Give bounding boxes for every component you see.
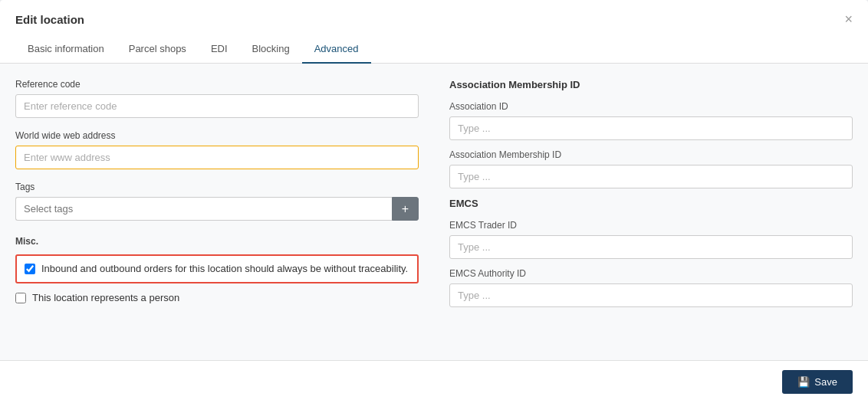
tab-parcel-shops[interactable]: Parcel shops xyxy=(117,35,199,64)
modal-header: Edit location × xyxy=(0,0,868,26)
www-address-label: World wide web address xyxy=(15,130,419,141)
tab-edi[interactable]: EDI xyxy=(199,35,240,64)
modal-title: Edit location xyxy=(15,13,84,26)
emcs-authority-label: EMCS Authority ID xyxy=(449,268,853,279)
association-membership-group: Association Membership ID xyxy=(449,149,853,188)
emcs-trader-group: EMCS Trader ID xyxy=(449,220,853,259)
association-id-input[interactable] xyxy=(449,116,853,140)
misc-section: Misc. Inbound and outbound orders for th… xyxy=(15,233,419,305)
reference-code-group: Reference code xyxy=(15,79,419,118)
emcs-section-title: EMCS xyxy=(449,198,853,209)
tags-group: Tags + xyxy=(15,182,419,221)
right-column: Association Membership ID Association ID… xyxy=(449,79,853,345)
association-section-title: Association Membership ID xyxy=(449,79,853,90)
edit-location-modal: Edit location × Basic information Parcel… xyxy=(0,0,868,403)
www-address-group: World wide web address xyxy=(15,130,419,169)
person-checkbox[interactable] xyxy=(15,293,26,303)
emcs-trader-input[interactable] xyxy=(449,235,853,259)
save-button[interactable]: 💾 Save xyxy=(782,370,853,394)
association-membership-input[interactable] xyxy=(449,165,853,188)
emcs-authority-input[interactable] xyxy=(449,283,853,307)
emcs-authority-group: EMCS Authority ID xyxy=(449,268,853,307)
association-id-label: Association ID xyxy=(449,101,853,112)
tags-row: + xyxy=(15,197,419,221)
association-id-group: Association ID xyxy=(449,101,853,140)
save-label: Save xyxy=(814,376,837,388)
www-address-input[interactable] xyxy=(15,146,419,169)
misc-label: Misc. xyxy=(15,236,419,247)
checkbox-row-person: This location represents a person xyxy=(15,291,419,305)
emcs-trader-label: EMCS Trader ID xyxy=(449,220,853,231)
reference-code-input[interactable] xyxy=(15,94,419,118)
modal-body: Reference code World wide web address Ta… xyxy=(0,64,868,360)
traceability-checkbox[interactable] xyxy=(25,264,35,274)
reference-code-label: Reference code xyxy=(15,79,419,90)
tags-label: Tags xyxy=(15,182,419,192)
modal-footer: 💾 Save xyxy=(0,360,868,403)
person-label[interactable]: This location represents a person xyxy=(32,291,179,305)
traceability-label[interactable]: Inbound and outbound orders for this loc… xyxy=(41,262,408,276)
tab-advanced[interactable]: Advanced xyxy=(302,35,371,64)
checkbox-row-traceability: Inbound and outbound orders for this loc… xyxy=(25,262,409,276)
close-button[interactable]: × xyxy=(844,12,853,26)
tab-basic-information[interactable]: Basic information xyxy=(15,35,117,64)
association-membership-label: Association Membership ID xyxy=(449,149,853,160)
tabs-bar: Basic information Parcel shops EDI Block… xyxy=(0,35,868,64)
tags-add-button[interactable]: + xyxy=(392,197,419,221)
traceability-checkbox-group: Inbound and outbound orders for this loc… xyxy=(15,254,419,283)
save-icon: 💾 xyxy=(797,376,810,388)
tab-blocking[interactable]: Blocking xyxy=(240,35,302,64)
left-column: Reference code World wide web address Ta… xyxy=(15,79,419,345)
tags-input[interactable] xyxy=(15,197,392,221)
